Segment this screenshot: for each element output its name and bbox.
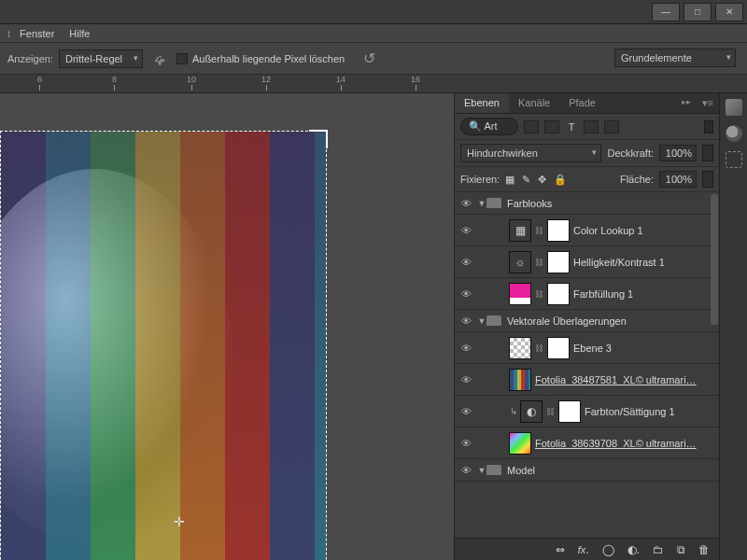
fill-label: Fläche: — [620, 174, 654, 185]
canvas-viewport[interactable]: ✛ — [0, 93, 454, 560]
filter-pixel-icon[interactable] — [524, 120, 539, 133]
link-icon: ⛓ — [546, 407, 555, 416]
opacity-value[interactable]: 100% — [659, 145, 697, 161]
layer-mask-icon[interactable]: ◯ — [602, 543, 614, 556]
layer-item[interactable]: 👁 ↳ ◐ ⛓ Farbton/Sättigung 1 — [455, 396, 719, 427]
visibility-toggle[interactable]: 👁 — [455, 257, 477, 268]
tab-pfade[interactable]: Pfade — [559, 93, 605, 113]
center-marker: ✛ — [174, 514, 185, 529]
layer-thumb — [509, 337, 531, 359]
fill-value[interactable]: 100% — [659, 171, 697, 188]
layer-group[interactable]: 👁 ▼ Farblooks — [455, 192, 719, 215]
layer-item[interactable]: 👁 ⛓ Farbfüllung 1 — [455, 278, 719, 310]
link-icon: ⛓ — [535, 226, 543, 235]
twirl-icon[interactable]: ▼ — [477, 316, 486, 326]
link-icon: ⛓ — [535, 343, 543, 353]
mask-thumb[interactable] — [558, 400, 581, 423]
lock-pixels-icon[interactable]: ✎ — [522, 174, 530, 186]
visibility-toggle[interactable]: 👁 — [455, 343, 477, 354]
link-layers-icon[interactable]: ⇔ — [556, 543, 565, 556]
mask-thumb[interactable] — [547, 337, 570, 359]
layer-item[interactable]: 👁 Fotolia_38639708_XL© ultramari… — [455, 427, 719, 459]
layers-panel: Ebenen Kanäle Pfade ▸▸ ▾≡ 🔍 Art T Hindur… — [454, 93, 719, 560]
lock-all-icon[interactable]: 🔒 — [554, 174, 567, 186]
filter-smart-icon[interactable] — [604, 120, 619, 133]
crop-handle-tr[interactable] — [309, 130, 328, 148]
layer-group[interactable]: 👁 ▼ Vektorale Überlagerungen — [455, 310, 719, 332]
layer-thumb — [509, 369, 531, 391]
menu-fenster[interactable]: Fenster — [20, 28, 54, 39]
workspace-dropdown[interactable]: Grundelemente — [614, 49, 736, 67]
layer-thumb — [509, 432, 531, 455]
visibility-toggle[interactable]: 👁 — [455, 198, 477, 209]
maximize-button[interactable]: □ — [684, 3, 712, 21]
folder-icon — [486, 465, 501, 475]
link-icon: ⛓ — [535, 258, 543, 267]
layer-item[interactable]: 👁 Fotolia_38487581_XL© ultramari… — [455, 364, 719, 396]
lock-label: Fixieren: — [460, 174, 500, 185]
visibility-toggle[interactable]: 👁 — [455, 315, 477, 327]
scrollbar-thumb[interactable] — [711, 194, 718, 325]
link-icon: ⛓ — [535, 289, 543, 299]
mask-thumb[interactable] — [547, 251, 570, 273]
visibility-toggle[interactable]: 👁 — [455, 288, 477, 300]
lock-transparency-icon[interactable]: ▦ — [505, 174, 514, 186]
layer-fx-icon[interactable]: fx. — [578, 543, 589, 556]
menu-hilfe[interactable]: Hilfe — [69, 28, 90, 39]
delete-cropped-checkbox[interactable]: Außerhalb liegende Pixel löschen — [176, 53, 345, 64]
filter-adjust-icon[interactable] — [544, 120, 559, 133]
panel-dock — [719, 93, 747, 560]
blend-mode-dropdown[interactable]: Hindurchwirken — [460, 144, 601, 162]
folder-icon — [486, 315, 501, 326]
opacity-label: Deckkraft: — [607, 147, 654, 159]
filter-text-icon[interactable]: T — [565, 121, 578, 133]
fill-thumb — [509, 283, 531, 305]
adjustment-thumb: ◐ — [520, 400, 543, 423]
new-layer-icon[interactable]: ⧉ — [677, 543, 685, 556]
fill-stepper[interactable] — [702, 171, 713, 188]
opacity-stepper[interactable] — [702, 145, 713, 161]
paths-dock-icon[interactable] — [726, 151, 742, 168]
tab-kanaele[interactable]: Kanäle — [509, 93, 559, 113]
mask-thumb[interactable] — [547, 283, 570, 305]
layer-item[interactable]: 👁 ☼ ⛓ Helligkeit/Kontrast 1 — [455, 246, 719, 278]
new-adjustment-icon[interactable]: ◐. — [627, 543, 640, 556]
tab-ebenen[interactable]: Ebenen — [455, 93, 509, 113]
visibility-toggle[interactable]: 👁 — [455, 438, 477, 449]
layers-dock-icon[interactable] — [726, 99, 742, 116]
options-bar: Anzeigen: Drittel-Regel Außerhalb liegen… — [0, 43, 747, 75]
layer-item[interactable]: 👁 ⛓ Ebene 3 — [455, 332, 719, 364]
checkbox-label: Außerhalb liegende Pixel löschen — [192, 53, 345, 64]
adjustment-thumb: ☼ — [509, 251, 531, 273]
crop-selection[interactable]: ✛ — [0, 131, 327, 560]
visibility-toggle[interactable]: 👁 — [455, 406, 477, 417]
panel-collapse-icon[interactable]: ▸▸ — [676, 93, 697, 113]
mask-thumb[interactable] — [547, 219, 570, 242]
filter-toggle[interactable] — [704, 120, 713, 133]
layer-item[interactable]: 👁 ▦ ⛓ Color Lookup 1 — [455, 215, 719, 246]
window-titlebar: — □ ✕ — [0, 0, 747, 24]
lock-position-icon[interactable]: ✥ — [538, 174, 546, 186]
twirl-icon[interactable]: ▼ — [477, 199, 486, 208]
layers-list[interactable]: 👁 ▼ Farblooks 👁 ▦ ⛓ Color Lookup 1 👁 ☼ ⛓… — [455, 192, 719, 538]
reset-icon[interactable]: ↺ — [363, 49, 375, 67]
layers-footer: ⇔ fx. ◯ ◐. 🗀 ⧉ 🗑 — [455, 538, 719, 560]
document-image — [1, 132, 326, 560]
new-group-icon[interactable]: 🗀 — [653, 543, 664, 556]
layer-group[interactable]: 👁 ▼ Model — [455, 459, 719, 482]
menu-bar: t Fenster Hilfe — [0, 24, 747, 43]
visibility-toggle[interactable]: 👁 — [455, 374, 477, 385]
filter-shape-icon[interactable] — [584, 120, 599, 133]
panel-menu-icon[interactable]: ▾≡ — [697, 93, 719, 113]
twirl-icon[interactable]: ▼ — [477, 466, 486, 475]
visibility-toggle[interactable]: 👁 — [455, 465, 477, 476]
color-dock-icon[interactable] — [726, 125, 742, 142]
clip-icon: ↳ — [509, 406, 518, 416]
anzeigen-dropdown[interactable]: Drittel-Regel — [59, 49, 143, 68]
close-button[interactable]: ✕ — [715, 3, 743, 21]
gear-icon[interactable] — [152, 52, 165, 65]
visibility-toggle[interactable]: 👁 — [455, 225, 477, 236]
delete-layer-icon[interactable]: 🗑 — [698, 543, 710, 556]
minimize-button[interactable]: — — [652, 3, 680, 21]
layer-filter-search[interactable]: 🔍 Art — [460, 118, 518, 135]
